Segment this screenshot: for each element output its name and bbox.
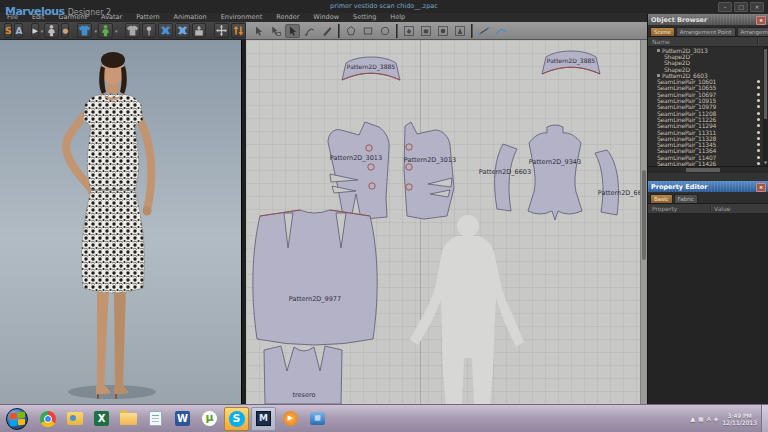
pattern-piece-skirt-front[interactable] xyxy=(253,210,377,345)
dropdown-caret-icon[interactable]: ▾ xyxy=(41,28,44,34)
garment-fit-left-icon[interactable] xyxy=(158,23,173,38)
visibility-dot-icon[interactable] xyxy=(757,131,760,134)
menu-window[interactable]: Window xyxy=(306,12,346,22)
property-editor-titlebar[interactable]: Property Editor × xyxy=(648,181,768,192)
folder-taskbar-icon[interactable] xyxy=(116,407,141,431)
system-tray: ▲▦A◈ xyxy=(690,415,718,422)
object-browser-name-header[interactable]: Name xyxy=(648,37,768,47)
visibility-dot-icon[interactable] xyxy=(757,99,760,102)
chrome-taskbar-icon[interactable] xyxy=(35,407,60,431)
show-avatar-icon[interactable] xyxy=(98,23,113,38)
visibility-dot-icon[interactable] xyxy=(757,118,760,121)
canvas-vertical-scrollbar[interactable] xyxy=(640,40,647,404)
create-polygon-tool-icon[interactable] xyxy=(343,24,358,38)
record-icon[interactable]: ● xyxy=(61,23,69,38)
export-garment-icon[interactable] xyxy=(192,23,206,38)
visibility-dot-icon[interactable] xyxy=(757,112,760,115)
maximize-button[interactable]: □ xyxy=(734,2,748,12)
internal-circle-tool-icon[interactable] xyxy=(435,24,450,38)
visibility-dot-icon[interactable] xyxy=(757,143,760,146)
menu-render[interactable]: Render xyxy=(269,12,306,22)
animation-icon[interactable]: A xyxy=(14,23,23,38)
menu-animation[interactable]: Animation xyxy=(167,12,214,22)
move-gizmo-icon[interactable] xyxy=(214,23,229,38)
ghost-avatar-silhouette xyxy=(410,215,524,404)
create-rect-tool-icon[interactable] xyxy=(360,24,375,38)
viewport-3d[interactable] xyxy=(0,40,241,404)
swap-view-icon[interactable] xyxy=(231,23,246,38)
tray-grid-icon[interactable]: ▦ xyxy=(698,415,704,422)
visibility-dot-icon[interactable] xyxy=(757,80,760,83)
select-tool-icon[interactable] xyxy=(251,24,266,38)
tab-arrangement-bv[interactable]: Arrangement BV xyxy=(737,27,768,36)
skype-taskbar-icon[interactable]: S xyxy=(224,407,249,431)
visibility-dot-icon[interactable] xyxy=(757,124,760,127)
visibility-dot-icon[interactable] xyxy=(757,156,760,159)
add-point-tool-icon[interactable] xyxy=(319,24,334,38)
minimize-button[interactable]: – xyxy=(718,2,732,12)
pattern-piece-bodice-front-right[interactable] xyxy=(404,122,454,219)
drape-tool-icon[interactable] xyxy=(125,23,140,38)
record-walk-icon[interactable] xyxy=(44,23,59,38)
visibility-dot-icon[interactable] xyxy=(757,93,760,96)
close-button[interactable]: × xyxy=(750,2,764,12)
pattern-node-icon xyxy=(657,49,660,52)
dropdown-caret-icon[interactable]: ▾ xyxy=(94,28,97,34)
menu-environment[interactable]: Environment xyxy=(214,12,270,22)
pattern-piece-sleeve-left[interactable] xyxy=(495,144,517,211)
visibility-dot-icon[interactable] xyxy=(757,105,760,108)
tab-scene[interactable]: Scene xyxy=(650,27,675,36)
tab-arrangement-point[interactable]: Arrangement Point xyxy=(676,27,736,36)
play-icon[interactable]: ▶ xyxy=(31,23,38,38)
word-taskbar-icon[interactable]: W xyxy=(170,407,195,431)
box-select-tool-icon[interactable] xyxy=(268,24,283,38)
visibility-dot-icon[interactable] xyxy=(757,86,760,89)
utorrent-taskbar-icon[interactable]: µ xyxy=(197,407,222,431)
language-indicator-icon[interactable]: A xyxy=(707,415,711,422)
excel-taskbar-icon[interactable]: X xyxy=(89,407,114,431)
object-browser-titlebar[interactable]: Object Browser × xyxy=(648,14,768,25)
dart-tool-icon[interactable] xyxy=(452,24,467,38)
tab-basic[interactable]: Basic xyxy=(650,194,673,203)
menu-help[interactable]: Help xyxy=(383,12,412,22)
menu-setting[interactable]: Setting xyxy=(346,12,383,22)
edit-pattern-tool-icon[interactable] xyxy=(285,24,300,38)
pin-tool-icon[interactable] xyxy=(142,23,156,38)
notepad-taskbar-icon[interactable] xyxy=(143,407,168,431)
menu-pattern[interactable]: Pattern xyxy=(129,12,166,22)
internal-rect-tool-icon[interactable] xyxy=(418,24,433,38)
show-desktop-button[interactable] xyxy=(761,405,768,432)
property-editor-close-icon[interactable]: × xyxy=(756,183,766,192)
segment-seam-tool-icon[interactable] xyxy=(476,24,491,38)
simulate-icon[interactable]: S xyxy=(4,23,12,38)
logo-secondary: Designer 2 xyxy=(68,8,111,17)
dropdown-caret-icon[interactable]: ▾ xyxy=(115,28,118,34)
free-seam-tool-icon[interactable] xyxy=(493,24,508,38)
tray-misc-icon[interactable]: ◈ xyxy=(714,415,719,422)
create-circle-tool-icon[interactable] xyxy=(377,24,392,38)
edit-curve-tool-icon[interactable] xyxy=(302,24,317,38)
hidden-icons-arrow-icon[interactable]: ▲ xyxy=(690,415,695,422)
garment-fit-right-icon[interactable] xyxy=(175,23,190,38)
pattern-toolbar xyxy=(246,22,647,40)
pattern-piece-bodice-back[interactable] xyxy=(528,125,582,220)
visibility-dot-icon[interactable] xyxy=(757,149,760,152)
visibility-dot-icon[interactable] xyxy=(757,162,760,165)
taskbar-clock[interactable]: 3:49 PM 12/11/2013 xyxy=(722,412,757,426)
show-garment-icon[interactable] xyxy=(77,23,92,38)
object-browser-vscrollbar[interactable]: ▼ xyxy=(763,47,768,166)
marvelous-designer-taskbar-icon[interactable]: M xyxy=(251,407,276,431)
pattern-piece-sleeve-right[interactable] xyxy=(595,150,619,215)
object-browser-hscrollbar[interactable] xyxy=(648,166,768,173)
internal-polygon-tool-icon[interactable] xyxy=(401,24,416,38)
tab-fabric[interactable]: Fabric xyxy=(674,194,698,203)
media-player-taskbar-icon[interactable]: ▶ xyxy=(278,407,303,431)
object-browser-close-icon[interactable]: × xyxy=(756,16,766,25)
start-button[interactable] xyxy=(6,408,28,430)
pattern-canvas-2d[interactable]: Pattern2D_3885 Pattern2D_3885 Pattern2D_… xyxy=(246,40,647,404)
pattern-piece-bodice-front-left[interactable] xyxy=(328,122,389,219)
movie-maker-taskbar-icon[interactable]: ▦ xyxy=(305,407,330,431)
visibility-dot-icon[interactable] xyxy=(757,137,760,140)
picture-tool-taskbar-icon[interactable] xyxy=(62,407,87,431)
pattern-label: Pattern2D_3013 xyxy=(330,154,382,162)
